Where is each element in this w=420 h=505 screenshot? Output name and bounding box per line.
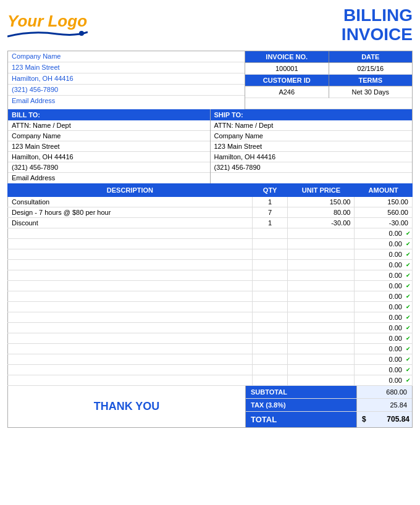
item-unit-price: 80.00 [288, 207, 355, 217]
bill-to-row-1: Company Name [8, 131, 210, 141]
customer-id-label: CUSTOMER ID [245, 75, 329, 86]
ship-to-row-2: 123 Main Street [211, 141, 413, 152]
invoice-meta: INVOICE NO. DATE 100001 02/15/16 CUSTOME… [245, 51, 412, 109]
item-desc [8, 364, 253, 375]
qty-header: QTY [252, 183, 288, 196]
ship-to-row-3: Hamilton, OH 44416 [211, 152, 413, 162]
meta-empty-row [245, 98, 412, 109]
billing-title: BILLING INVOICE [342, 6, 413, 44]
item-qty [252, 343, 288, 354]
item-qty [252, 249, 288, 259]
bill-to-row-3: Hamilton, OH 44416 [8, 152, 210, 162]
subtotal-label: SUBTOTAL [246, 386, 356, 398]
item-qty [252, 291, 288, 301]
item-amount: 0.00✔ [355, 280, 413, 291]
subtotal-row: SUBTOTAL 680.00 [246, 386, 412, 399]
logo-text: Your Logo [7, 13, 87, 29]
bill-to-row-5: Email Address [8, 173, 210, 183]
table-row: 0.00✔ [8, 312, 413, 322]
company-address2: Hamilton, OH 44416 [8, 73, 245, 85]
table-row: 0.00✔ [8, 333, 413, 343]
table-row: Discount1-30.00-30.00 [8, 217, 413, 228]
tax-row: TAX (3.8%) 25.84 [246, 399, 412, 412]
checkmark-icon: ✔ [406, 262, 411, 268]
invoice-meta-row2-headers: CUSTOMER ID TERMS [245, 75, 412, 86]
item-unit-price: -30.00 [288, 217, 355, 228]
item-qty [252, 322, 288, 333]
item-amount: 0.00✔ [355, 259, 413, 270]
checkmark-icon: ✔ [406, 293, 411, 299]
checkmark-icon: ✔ [406, 304, 411, 310]
invoice-meta-row1-headers: INVOICE NO. DATE [245, 51, 412, 63]
ship-to-header: SHIP TO: [211, 109, 413, 120]
subtotal-value: 680.00 [356, 386, 412, 398]
item-qty [252, 228, 288, 238]
date-label: DATE [329, 51, 413, 63]
logo-swoosh-icon [7, 30, 88, 38]
item-amount: 0.00✔ [355, 301, 413, 312]
ship-to-row-0: ATTN: Name / Dept [211, 120, 413, 131]
item-amount: 0.00✔ [355, 249, 413, 259]
item-qty [252, 280, 288, 291]
table-row: 0.00✔ [8, 259, 413, 270]
item-unit-price [288, 333, 355, 343]
invoice-no-label: INVOICE NO. [245, 51, 329, 63]
checkmark-icon: ✔ [406, 241, 411, 247]
item-qty [252, 238, 288, 249]
svg-point-0 [79, 31, 84, 36]
item-desc: Discount [8, 217, 253, 228]
item-unit-price [288, 249, 355, 259]
desc-header: DESCRIPTION [8, 183, 253, 196]
total-row: TOTAL $ 705.84 [246, 412, 412, 427]
item-qty [252, 312, 288, 322]
item-amount: 0.00✔ [355, 270, 413, 280]
ship-to-row-4: (321) 456-7890 [211, 162, 413, 173]
item-unit-price [288, 312, 355, 322]
ship-to-section: SHIP TO: ATTN: Name / Dept Company Name … [211, 109, 413, 183]
item-amount: 0.00✔ [355, 291, 413, 301]
item-unit-price [288, 343, 355, 354]
ship-to-row-5 [211, 173, 413, 183]
item-amount: -30.00 [355, 217, 413, 228]
total-label: TOTAL [246, 412, 356, 427]
item-desc [8, 312, 253, 322]
item-desc [8, 270, 253, 280]
item-amount: 560.00 [355, 207, 413, 217]
item-desc [8, 291, 253, 301]
item-desc [8, 259, 253, 270]
item-desc [8, 354, 253, 364]
item-qty [252, 333, 288, 343]
total-value-cell: $ 705.84 [356, 412, 412, 427]
item-unit-price [288, 364, 355, 375]
invoice-meta-row2-values: A246 Net 30 Days [245, 86, 412, 98]
item-qty [252, 259, 288, 270]
table-row: 0.00✔ [8, 228, 413, 238]
tax-label: TAX (3.8%) [246, 399, 356, 411]
item-desc [8, 333, 253, 343]
totals-section: THANK YOU SUBTOTAL 680.00 TAX (3.8%) 25.… [7, 386, 413, 428]
item-unit-price [288, 228, 355, 238]
item-desc: Consultation [8, 196, 253, 207]
bill-ship-section: BILL TO: ATTN: Name / Dept Company Name … [7, 109, 413, 183]
items-table: DESCRIPTION QTY UNIT PRICE AMOUNT Consul… [7, 183, 413, 386]
company-address1: 123 Main Street [8, 62, 245, 73]
bill-to-section: BILL TO: ATTN: Name / Dept Company Name … [8, 109, 211, 183]
checkmark-icon: ✔ [406, 356, 411, 362]
table-row: 0.00✔ [8, 364, 413, 375]
unit-price-header: UNIT PRICE [288, 183, 355, 196]
checkmark-icon: ✔ [406, 346, 411, 352]
item-amount: 0.00✔ [355, 322, 413, 333]
table-row: Design - 7 hours @ $80 per hour780.00560… [8, 207, 413, 217]
item-desc [8, 375, 253, 385]
item-unit-price [288, 280, 355, 291]
item-desc [8, 343, 253, 354]
terms-label: TERMS [329, 75, 413, 86]
ship-to-row-1: Company Name [211, 131, 413, 141]
item-amount: 0.00✔ [355, 343, 413, 354]
item-unit-price [288, 291, 355, 301]
tax-value: 25.84 [356, 399, 412, 411]
item-unit-price: 150.00 [288, 196, 355, 207]
table-row: 0.00✔ [8, 291, 413, 301]
table-row: 0.00✔ [8, 301, 413, 312]
item-amount: 0.00✔ [355, 354, 413, 364]
